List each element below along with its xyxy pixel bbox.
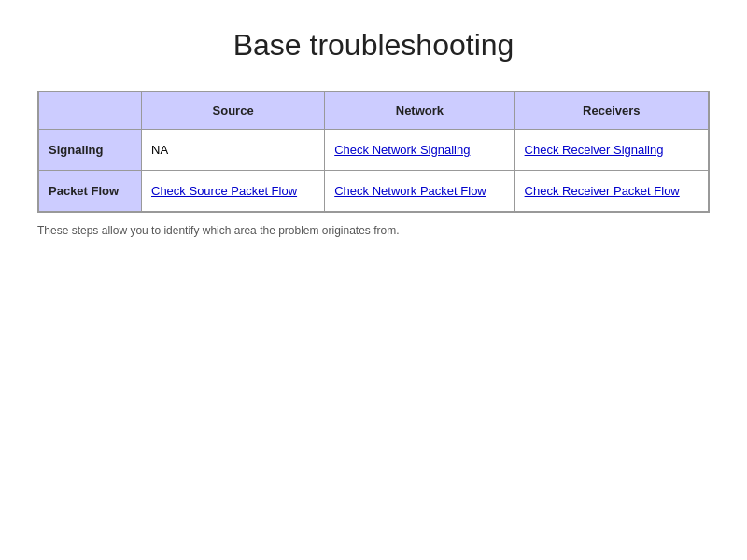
header-col3: Receivers — [514, 92, 708, 130]
check-network-signaling-link[interactable]: Check Network Signaling — [334, 143, 470, 157]
cell-packetflow-network: Check Network Packet Flow — [325, 171, 514, 212]
cell-packetflow-receivers: Check Receiver Packet Flow — [514, 171, 708, 212]
row-label-packet-flow: Packet Flow — [39, 171, 142, 212]
cell-signaling-source: NA — [142, 130, 325, 171]
header-col0 — [39, 92, 142, 130]
page-title: Base troubleshooting — [233, 28, 514, 63]
cell-signaling-receivers: Check Receiver Signaling — [514, 130, 708, 171]
check-receiver-packet-flow-link[interactable]: Check Receiver Packet Flow — [525, 184, 680, 198]
check-source-packet-flow-link[interactable]: Check Source Packet Flow — [151, 184, 297, 198]
check-receiver-signaling-link[interactable]: Check Receiver Signaling — [525, 143, 664, 157]
header-col1: Source — [142, 92, 325, 130]
table-wrapper: Source Network Receivers Signaling NA Ch… — [37, 91, 710, 213]
footer-text: These steps allow you to identify which … — [0, 224, 400, 237]
signaling-source-text: NA — [151, 143, 168, 157]
row-label-signaling: Signaling — [39, 130, 142, 171]
troubleshooting-table: Source Network Receivers Signaling NA Ch… — [38, 91, 709, 212]
cell-signaling-network: Check Network Signaling — [325, 130, 514, 171]
table-row: Signaling NA Check Network Signaling Che… — [39, 130, 709, 171]
table-header-row: Source Network Receivers — [39, 92, 709, 130]
check-network-packet-flow-link[interactable]: Check Network Packet Flow — [334, 184, 486, 198]
header-col2: Network — [325, 92, 514, 130]
cell-packetflow-source: Check Source Packet Flow — [142, 171, 325, 212]
page-container: Base troubleshooting Source Network Rece… — [0, 0, 747, 560]
table-row: Packet Flow Check Source Packet Flow Che… — [39, 171, 709, 212]
